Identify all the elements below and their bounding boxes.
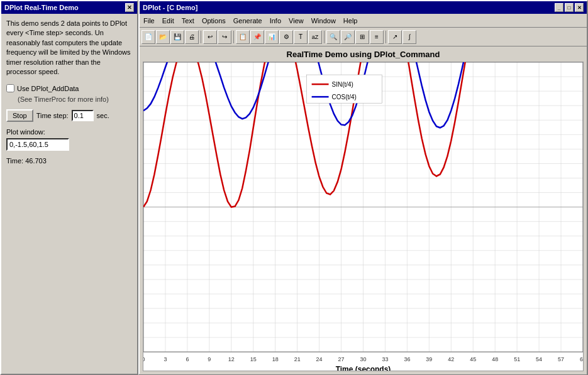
tb-grid[interactable]: ⊞ (355, 30, 369, 44)
svg-text:9: 9 (208, 356, 211, 362)
maximize-button[interactable]: □ (565, 3, 574, 12)
plot-container: RealTime Demo using DPlot_Command (140, 46, 587, 374)
time-label: Time: (6, 157, 23, 165)
tb-integral[interactable]: ∫ (402, 30, 416, 44)
svg-text:45: 45 (470, 356, 476, 362)
time-display: Time: 46.703 (6, 157, 132, 165)
menu-generate[interactable]: Generate (230, 16, 266, 26)
tb-undo[interactable]: ↩ (203, 30, 217, 44)
menu-file[interactable]: File (140, 16, 158, 26)
checkbox-row: Use DPlot_AddData (6, 84, 132, 94)
tb-edit-data[interactable]: 📊 (265, 30, 279, 44)
minimize-button[interactable]: _ (555, 3, 563, 12)
tb-copy[interactable]: 📋 (236, 30, 250, 44)
right-panel-title: DPlot - [C Demo] (143, 4, 197, 11)
svg-text:48: 48 (492, 356, 498, 362)
tb-redo[interactable]: ↪ (218, 30, 231, 44)
plot-svg: 1.5 1.35 1.2 1.05 0.9 0.75 0.6 0.45 0.3 … (143, 62, 583, 371)
svg-text:57: 57 (558, 356, 564, 362)
plot-window-input[interactable] (6, 138, 69, 151)
tb-open[interactable]: 📂 (156, 30, 170, 44)
use-adddata-checkbox[interactable] (6, 84, 14, 92)
left-panel-title: DPlot Real-Time Demo (4, 4, 79, 11)
tb-new[interactable]: 📄 (141, 30, 155, 44)
tb-cursor[interactable]: ↗ (388, 30, 402, 44)
tb-options[interactable]: ⚙ (279, 30, 293, 44)
toolbar: 📄 📂 💾 🖨 ↩ ↪ 📋 📌 📊 ⚙ T aZ 🔍 🔎 ⊞ ≡ ↗ ∫ (140, 28, 587, 46)
svg-text:36: 36 (404, 356, 410, 362)
svg-text:27: 27 (338, 356, 345, 362)
time-step-input[interactable] (72, 110, 94, 121)
plot-area: 1.5 1.35 1.2 1.05 0.9 0.75 0.6 0.45 0.3 … (143, 62, 584, 371)
description-text: This demo sends 2 data points to DPlot e… (6, 19, 132, 77)
svg-text:54: 54 (536, 356, 542, 362)
menu-view[interactable]: View (285, 16, 308, 26)
menu-text[interactable]: Text (178, 16, 198, 26)
svg-text:42: 42 (448, 356, 454, 362)
checkbox-sublabel: (See TimerProc for more info) (18, 95, 132, 103)
left-close-button[interactable]: ✕ (125, 3, 134, 12)
right-panel: DPlot - [C Demo] _ □ ✕ File Edit Text Op… (138, 0, 588, 375)
title-buttons: _ □ ✕ (555, 3, 584, 12)
svg-text:39: 39 (426, 356, 432, 362)
checkbox-label: Use DPlot_AddData (17, 84, 79, 94)
toolbar-sep-1 (201, 31, 201, 43)
menu-info[interactable]: Info (266, 16, 285, 26)
svg-text:24: 24 (316, 356, 323, 362)
svg-text:21: 21 (294, 356, 301, 362)
svg-text:33: 33 (382, 356, 388, 362)
svg-text:COS(t/4): COS(t/4) (332, 94, 357, 101)
menu-bar: File Edit Text Options Generate Info Vie… (140, 14, 587, 28)
svg-text:6: 6 (186, 356, 189, 362)
svg-text:30: 30 (360, 356, 367, 362)
toolbar-sep-2 (233, 31, 234, 43)
stop-button[interactable]: Stop (6, 109, 33, 122)
menu-edit[interactable]: Edit (158, 16, 178, 26)
toolbar-sep-4 (386, 31, 386, 43)
svg-text:15: 15 (250, 356, 257, 362)
svg-text:0: 0 (143, 356, 145, 362)
plot-window-label: Plot window: (6, 128, 132, 136)
close-button[interactable]: ✕ (575, 3, 584, 12)
plot-title: RealTime Demo using DPlot_Command (143, 50, 584, 59)
tb-paste[interactable]: 📌 (250, 30, 264, 44)
tb-zoom1[interactable]: 🔍 (326, 30, 340, 44)
menu-help[interactable]: Help (340, 16, 362, 26)
left-panel-content: This demo sends 2 data points to DPlot e… (1, 14, 137, 374)
svg-text:18: 18 (272, 356, 279, 362)
tb-az[interactable]: aZ (308, 30, 322, 44)
tb-text[interactable]: T (294, 30, 308, 44)
left-panel: DPlot Real-Time Demo ✕ This demo sends 2… (0, 0, 138, 375)
tb-save[interactable]: 💾 (170, 30, 184, 44)
left-title-bar: DPlot Real-Time Demo ✕ (1, 1, 137, 14)
tb-print[interactable]: 🖨 (185, 30, 199, 44)
tb-zoom2[interactable]: 🔎 (341, 30, 355, 44)
svg-text:60: 60 (580, 356, 583, 362)
toolbar-sep-3 (324, 31, 325, 43)
svg-text:51: 51 (514, 356, 520, 362)
menu-window[interactable]: Window (308, 16, 340, 26)
svg-text:12: 12 (228, 356, 235, 362)
svg-text:Time (seconds): Time (seconds) (336, 365, 391, 371)
tb-lines[interactable]: ≡ (370, 30, 384, 44)
controls-row: Stop Time step: sec. (6, 109, 132, 122)
svg-text:3: 3 (164, 356, 167, 362)
svg-text:SIN(t/4): SIN(t/4) (332, 81, 353, 88)
menu-options[interactable]: Options (198, 16, 230, 26)
time-step-label: Time step: (36, 112, 69, 119)
right-title-bar: DPlot - [C Demo] _ □ ✕ (140, 1, 587, 14)
time-step-unit: sec. (97, 112, 109, 119)
time-value: 46.703 (25, 157, 47, 165)
